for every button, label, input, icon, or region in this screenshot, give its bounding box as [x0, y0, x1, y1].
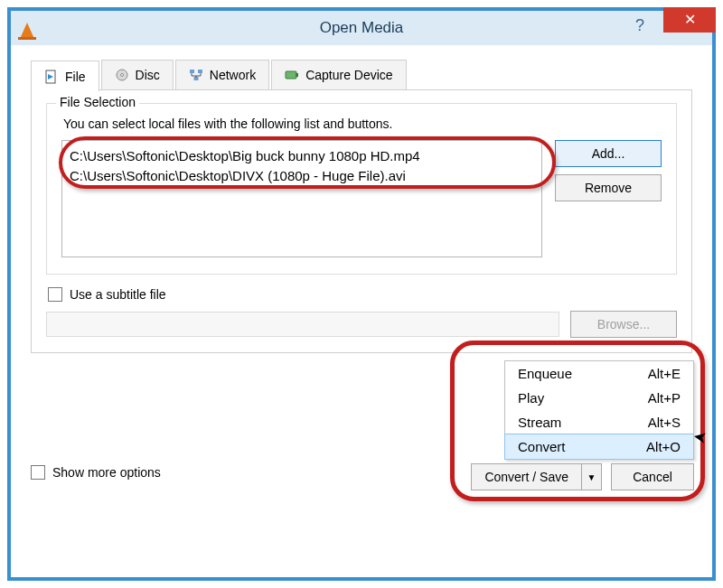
menu-item-play[interactable]: Play Alt+P: [505, 386, 693, 410]
bottom-controls: Show more options Enqueue Alt+E Play Alt…: [11, 362, 712, 507]
menu-item-label: Enqueue: [518, 366, 572, 381]
help-button[interactable]: ?: [622, 16, 658, 38]
menu-item-convert[interactable]: Convert Alt+O: [504, 434, 694, 460]
network-tab-icon: [189, 68, 203, 82]
tab-label: File: [65, 70, 86, 84]
menu-item-stream[interactable]: Stream Alt+S: [505, 410, 693, 434]
menu-item-shortcut: Alt+S: [648, 415, 681, 430]
tab-capture-device[interactable]: Capture Device: [271, 60, 407, 89]
file-tab-icon: [44, 70, 59, 84]
convert-save-button[interactable]: Convert / Save: [471, 463, 582, 490]
file-panel: File Selection You can select local file…: [31, 90, 692, 353]
use-subtitle-row: Use a subtitle file: [48, 287, 677, 302]
use-subtitle-checkbox[interactable]: [48, 287, 62, 302]
tab-file[interactable]: File: [31, 61, 99, 91]
convert-save-dropdown-toggle[interactable]: ▼: [582, 463, 602, 490]
svg-rect-8: [296, 73, 298, 77]
remove-file-button[interactable]: Remove: [555, 174, 662, 201]
menu-item-shortcut: Alt+P: [648, 390, 681, 406]
file-selection-help: You can select local files with the foll…: [63, 117, 662, 131]
svg-point-3: [120, 74, 123, 77]
file-selection-legend: File Selection: [56, 95, 139, 109]
menu-item-shortcut: Alt+O: [646, 439, 681, 454]
tab-label: Capture Device: [305, 68, 393, 82]
add-file-button[interactable]: Add...: [555, 140, 662, 167]
menu-item-enqueue[interactable]: Enqueue Alt+E: [505, 361, 693, 386]
media-tabs: File Disc Network Capture Device: [31, 60, 692, 90]
tab-network[interactable]: Network: [175, 60, 269, 89]
show-more-options-checkbox[interactable]: [31, 465, 45, 480]
file-selection-group: File Selection You can select local file…: [46, 103, 677, 275]
file-item[interactable]: C:\Users\Softonic\Desktop\Big buck bunny…: [70, 146, 534, 166]
menu-item-shortcut: Alt+E: [648, 366, 681, 381]
tab-label: Disc: [136, 68, 160, 82]
window-title: Open Media: [320, 19, 404, 37]
cancel-button[interactable]: Cancel: [611, 463, 694, 490]
file-item[interactable]: C:\Users\Softonic\Desktop\DIVX (1080p - …: [70, 166, 534, 186]
subtitle-path-input[interactable]: [46, 312, 559, 337]
convert-save-menu: Enqueue Alt+E Play Alt+P Stream Alt+S Co…: [504, 360, 694, 460]
open-media-window: Open Media ? ✕ File Disc Network: [7, 7, 716, 581]
tab-label: Network: [210, 68, 256, 82]
selected-files-list[interactable]: C:\Users\Softonic\Desktop\Big buck bunny…: [61, 140, 542, 257]
svg-rect-7: [286, 71, 296, 79]
convert-save-split-button[interactable]: Convert / Save ▼: [471, 463, 602, 490]
vlc-cone-icon: [16, 17, 38, 39]
svg-rect-5: [198, 70, 202, 73]
tab-disc[interactable]: Disc: [101, 60, 174, 89]
menu-item-label: Convert: [518, 439, 566, 454]
menu-item-label: Stream: [518, 415, 561, 430]
disc-tab-icon: [115, 68, 129, 82]
menu-item-label: Play: [518, 390, 544, 406]
use-subtitle-label: Use a subtitle file: [70, 287, 166, 302]
browse-subtitle-button[interactable]: Browse...: [570, 311, 677, 338]
svg-rect-4: [190, 70, 194, 73]
show-more-options-label: Show more options: [52, 465, 161, 480]
client-area: File Disc Network Capture Device: [11, 45, 712, 362]
capture-tab-icon: [285, 68, 299, 82]
titlebar: Open Media ? ✕: [11, 11, 712, 45]
close-button[interactable]: ✕: [663, 7, 716, 33]
